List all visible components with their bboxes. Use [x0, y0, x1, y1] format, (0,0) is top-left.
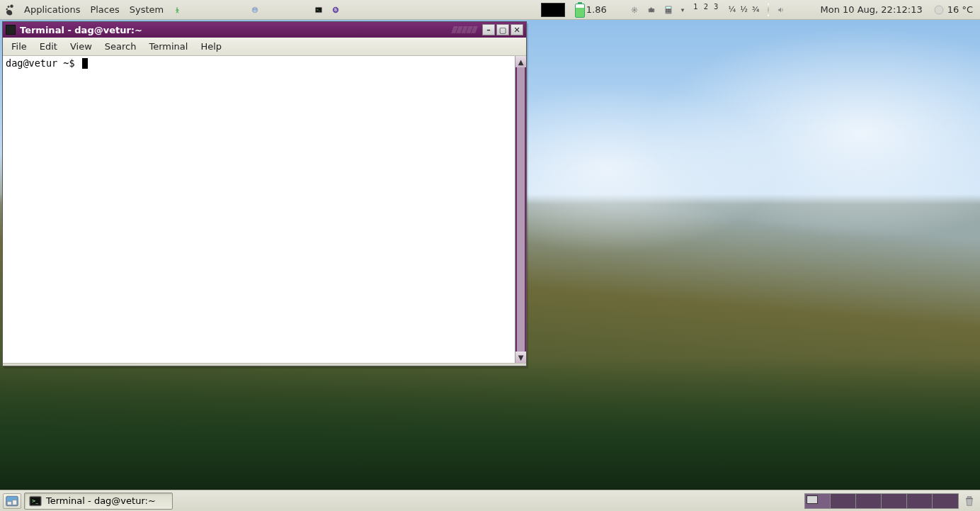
task-terminal-icon: >_ [29, 495, 42, 507]
bottom-panel: >_ Terminal - dag@vetur:~ [0, 490, 980, 511]
trash-icon[interactable] [962, 493, 977, 509]
terminal-cursor [82, 58, 88, 69]
svg-point-18 [651, 10, 652, 11]
menu-help[interactable]: Help [195, 39, 227, 54]
svg-rect-34 [967, 496, 972, 498]
clock-applet[interactable]: Mon 10 Aug, 22:12:13 [817, 0, 925, 19]
svg-point-1 [253, 7, 258, 13]
camera-icon[interactable] [645, 4, 658, 16]
svg-rect-21 [666, 9, 667, 11]
scroll-up-icon[interactable]: ▲ [515, 56, 526, 67]
workspace-3[interactable] [856, 494, 882, 508]
weather-applet[interactable]: 16 °C [930, 0, 976, 19]
workspace-6[interactable] [933, 494, 958, 508]
svg-rect-29 [7, 501, 11, 505]
cpu-monitor[interactable] [538, 0, 568, 19]
menu-file[interactable]: File [6, 39, 33, 54]
titlebar-decoration [452, 26, 477, 33]
titlebar[interactable]: Terminal - dag@vetur:~ – ▢ ✕ [3, 22, 526, 38]
terminal-window[interactable]: Terminal - dag@vetur:~ – ▢ ✕ File Edit V… [2, 21, 527, 366]
character-picker-fractions[interactable]: ¼ ½ ¾ [725, 0, 762, 19]
menu-view[interactable]: View [64, 39, 98, 54]
taskbar-terminal-label: Terminal - dag@vetur:~ [46, 495, 156, 506]
window-title: Terminal - dag@vetur:~ [20, 25, 448, 35]
system-menu[interactable]: System [127, 0, 166, 19]
tray-settings-icon[interactable] [628, 4, 641, 16]
window-app-icon [6, 25, 16, 35]
svg-rect-26 [669, 11, 671, 12]
char-threequarter[interactable]: ¾ [752, 5, 760, 14]
workspace-4[interactable] [882, 494, 907, 508]
calculator-icon[interactable] [662, 4, 675, 16]
tray-dropdown-arrow-icon[interactable]: ▾ [679, 6, 687, 13]
svg-text:>_: >_ [32, 498, 39, 504]
char-quarter[interactable]: ¼ [728, 5, 736, 14]
window-resize-grip[interactable] [3, 363, 526, 366]
terminal-content[interactable]: dag@vetur ~$ [3, 56, 515, 363]
svg-line-14 [635, 8, 636, 9]
battery-value: 1.86 [586, 4, 607, 15]
battery-applet[interactable]: 1.86 [572, 0, 610, 19]
vertical-scrollbar[interactable]: ▲ ▼ [515, 56, 526, 363]
character-picker-digits[interactable]: 1 2 3 [690, 0, 721, 19]
run-icon[interactable] [171, 4, 183, 16]
maximize-button[interactable]: ▢ [496, 24, 509, 35]
globe-icon[interactable] [249, 4, 261, 16]
svg-point-27 [935, 6, 943, 14]
svg-rect-20 [666, 6, 671, 9]
pager-window-mini [807, 495, 818, 504]
workspace-5[interactable] [907, 494, 933, 508]
char-half[interactable]: ½ [740, 5, 748, 14]
workspace-pager[interactable] [804, 493, 959, 509]
svg-line-13 [632, 11, 633, 11]
svg-point-6 [633, 9, 635, 11]
weather-icon [933, 4, 945, 16]
char-1[interactable]: 1 [693, 3, 697, 11]
top-panel: Applications Places System >_ 1.86 ▾ 1 2 [0, 0, 980, 20]
menu-edit[interactable]: Edit [34, 39, 63, 54]
menu-terminal[interactable]: Terminal [143, 39, 193, 54]
workspace-1[interactable] [805, 494, 831, 508]
show-desktop-button[interactable] [3, 493, 21, 509]
taskbar-terminal-button[interactable]: >_ Terminal - dag@vetur:~ [24, 493, 173, 510]
volume-icon[interactable] [775, 4, 787, 16]
panel-divider [768, 4, 769, 16]
svg-rect-23 [669, 9, 671, 11]
gnome-foot-icon [4, 4, 17, 16]
close-button[interactable]: ✕ [511, 24, 523, 35]
svg-rect-24 [666, 11, 667, 12]
emacs-launcher-icon[interactable] [329, 4, 342, 16]
svg-line-11 [632, 8, 633, 9]
char-2[interactable]: 2 [704, 3, 708, 11]
menu-search[interactable]: Search [99, 39, 142, 54]
minimize-button[interactable]: – [482, 24, 495, 35]
svg-rect-22 [668, 9, 669, 11]
svg-rect-30 [13, 500, 17, 505]
svg-text:>_: >_ [317, 9, 320, 11]
terminal-prompt: dag@vetur ~$ [6, 57, 81, 69]
svg-line-12 [635, 11, 636, 11]
workspace-2[interactable] [831, 494, 856, 508]
weather-temp: 16 °C [947, 4, 973, 15]
char-3[interactable]: 3 [714, 3, 718, 11]
svg-rect-16 [650, 7, 652, 9]
scrollbar-track[interactable] [517, 67, 525, 352]
menubar: File Edit View Search Terminal Help [3, 38, 526, 56]
places-menu[interactable]: Places [87, 0, 122, 19]
scroll-down-icon[interactable]: ▼ [515, 352, 526, 363]
svg-point-0 [176, 7, 178, 9]
terminal-launcher-icon[interactable]: >_ [312, 4, 325, 16]
applications-menu[interactable]: Applications [21, 0, 83, 19]
svg-rect-25 [668, 11, 669, 12]
